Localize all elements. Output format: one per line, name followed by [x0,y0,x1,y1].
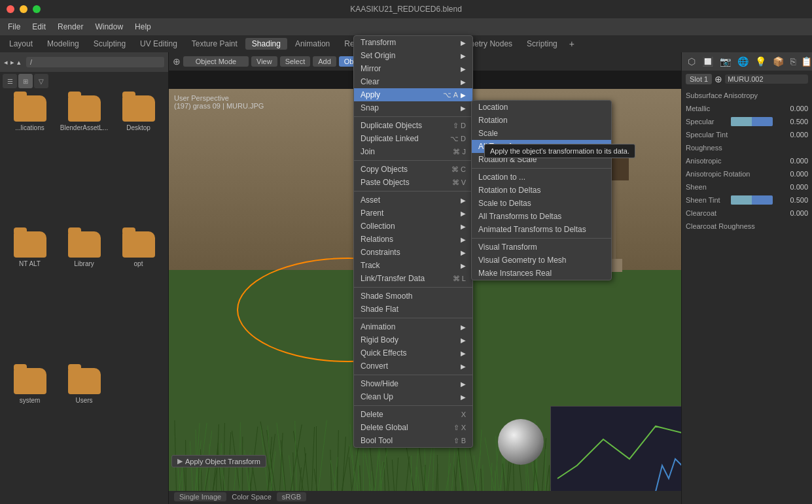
tab-scripting[interactable]: Scripting [520,38,564,50]
view-btn[interactable]: View [251,56,277,67]
file-item-applications[interactable]: ...lications [5,95,54,226]
tab-animation[interactable]: Animation [289,38,336,50]
file-item-system[interactable]: system [5,368,54,499]
prop-value: 0.500 [775,196,808,204]
object-mode-dropdown[interactable]: Object Mode [183,56,249,67]
menu-collection[interactable]: Collection ▶ [354,220,472,233]
apply-rotation[interactable]: Rotation [472,114,611,127]
add-btn[interactable]: Add [313,56,336,67]
menu-quick-effects[interactable]: Quick Effects ▶ [354,346,472,360]
menu-bool-tool[interactable]: Bool Tool ⇧ B [354,434,472,447]
sidebar-filter-btn[interactable]: ▽ [34,74,48,88]
folder-icon [14,231,46,258]
apply-make-instances-real[interactable]: Make Instances Real [472,267,611,280]
tab-sculpting[interactable]: Sculpting [87,38,132,50]
menu-transform[interactable]: Transform ▶ [354,36,472,49]
menu-clear[interactable]: Clear ▶ [354,75,472,88]
menu-duplicate-objects[interactable]: Duplicate Objects ⇧ D [354,119,472,132]
menu-edit[interactable]: Edit [27,21,51,33]
file-item-library[interactable]: Library [60,231,109,362]
menu-shade-smooth[interactable]: Shade Smooth [354,290,472,303]
apply-rotation-to-deltas[interactable]: Rotation to Deltas [472,184,611,197]
tab-uv-editing[interactable]: UV Editing [133,38,184,50]
sidebar-display-grid-btn[interactable]: ⊞ [18,74,33,88]
file-item-ntalt[interactable]: NT ALT [5,231,54,362]
menu-copy-objects[interactable]: Copy Objects ⌘ C [354,163,472,176]
folder-icon [122,95,155,122]
prop-value: 0.000 [775,183,808,191]
rp-icon-btn-6[interactable]: 📦 [771,55,786,68]
apply-location[interactable]: Location [472,101,611,114]
tab-shading[interactable]: Shading [245,38,287,50]
rp-paste-btn[interactable]: 📋 [799,55,812,68]
menu-animation[interactable]: Animation ▶ [354,320,472,333]
apply-all-transforms-to-deltas[interactable]: All Transforms to Deltas [472,210,611,223]
apply-visual-transform[interactable]: Visual Transform [472,241,611,254]
apply-animated-transforms-to-deltas[interactable]: Animated Transforms to Deltas [472,223,611,236]
file-item-desktop[interactable]: Desktop [114,95,163,226]
menu-track[interactable]: Track ▶ [354,259,472,272]
menu-clean-up[interactable]: Clean Up ▶ [354,390,472,403]
menu-delete-global[interactable]: Delete Global ⇧ X [354,421,472,434]
file-item-blenderasset[interactable]: BlenderAssetL... [60,95,109,226]
apply-visual-geometry-to-mesh[interactable]: Visual Geometry to Mesh [472,254,611,267]
maximize-button[interactable] [33,5,41,13]
menu-duplicate-linked[interactable]: Duplicate Linked ⌥ D [354,132,472,145]
menu-apply[interactable]: Apply ⌥ A ▶ [354,88,472,101]
menu-set-origin[interactable]: Set Origin ▶ [354,49,472,62]
close-button[interactable] [7,5,14,13]
apply-scale[interactable]: Scale [472,127,611,140]
file-item-users[interactable]: Users [60,368,109,499]
minimize-button[interactable] [20,5,27,13]
right-panel: ⬡ 🔲 📷 🌐 💡 📦 ⎘ 📋 ✕ 📌 Slot 1 ⊕ MURU.002 Su… [681,52,812,504]
sidebar-nav-back[interactable]: ◂ [4,58,8,67]
menu-convert[interactable]: Convert ▶ [354,360,472,373]
menu-show-hide[interactable]: Show/Hide ▶ [354,377,472,390]
menu-parent[interactable]: Parent ▶ [354,207,472,220]
tab-texture-paint[interactable]: Texture Paint [185,38,244,50]
color-space-value[interactable]: sRGB [277,492,306,501]
shortcut: X [461,411,466,418]
menu-link-transfer[interactable]: Link/Transfer Data ⌘ L [354,272,472,285]
select-btn[interactable]: Select [280,56,311,67]
add-workspace-button[interactable]: + [565,37,578,50]
separator [354,405,472,406]
rp-copy-btn[interactable]: ⎘ [788,55,798,68]
sidebar-display-list-btn[interactable]: ☰ [3,74,17,88]
menu-render[interactable]: Render [52,21,88,33]
menu-shade-flat[interactable]: Shade Flat [354,303,472,316]
sidebar-nav-up[interactable]: ▴ [17,58,21,67]
menu-delete[interactable]: Delete X [354,408,472,421]
prop-value: 0.000 [775,157,808,165]
sidebar-nav-forward[interactable]: ▸ [10,58,14,67]
shortcut: ⌘ C [451,165,466,174]
menu-help[interactable]: Help [130,21,156,33]
menu-rigid-body[interactable]: Rigid Body ▶ [354,333,472,346]
tab-layout[interactable]: Layout [3,38,39,50]
menu-file[interactable]: File [3,21,26,33]
prop-name: Anisotropic Rotation [686,170,775,178]
apply-scale-to-deltas[interactable]: Scale to Deltas [472,197,611,210]
file-item-opt[interactable]: opt [114,231,163,362]
prop-bar[interactable] [731,195,773,205]
apply-location-to[interactable]: Location to ... [472,171,611,184]
rp-icon-btn-3[interactable]: 📷 [718,55,733,68]
prop-bar[interactable] [731,117,773,126]
left-sidebar: ◂ ▸ ▴ / ☰ ⊞ ▽ ...lications BlenderAssetL… [0,52,169,504]
rp-icon-btn-4[interactable]: 🌐 [735,55,750,68]
property-row: Specular 0.500 [682,115,812,128]
rp-icon-btn-1[interactable]: ⬡ [686,55,697,68]
menu-asset[interactable]: Asset ▶ [354,193,472,207]
tab-modeling[interactable]: Modeling [41,38,86,50]
menu-constraints[interactable]: Constraints ▶ [354,246,472,259]
menu-mirror[interactable]: Mirror ▶ [354,62,472,75]
menu-window[interactable]: Window [90,21,128,33]
slot-dropdown[interactable]: Slot 1 [686,74,712,84]
rp-icon-btn-5[interactable]: 💡 [753,55,768,68]
menu-relations[interactable]: Relations ▶ [354,233,472,246]
menu-join[interactable]: Join ⌘ J [354,145,472,158]
rp-icon-btn-2[interactable]: 🔲 [700,55,715,68]
menu-snap[interactable]: Snap ▶ [354,101,472,114]
menu-paste-objects[interactable]: Paste Objects ⌘ V [354,176,472,189]
arrow-icon: ▶ [461,380,466,388]
